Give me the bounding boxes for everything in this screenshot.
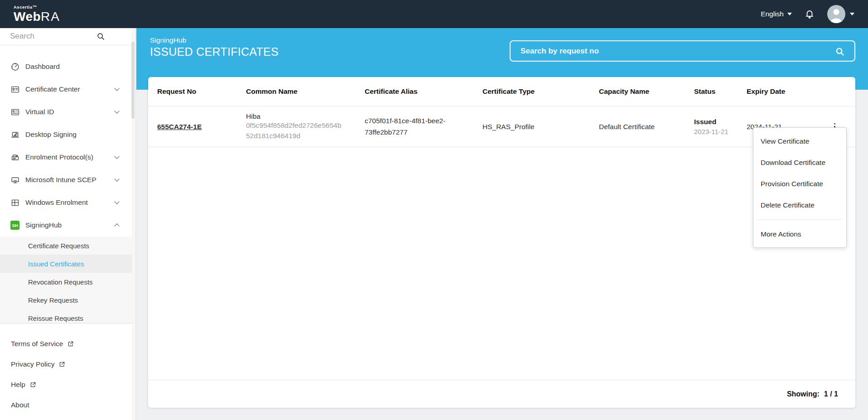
- table-footer: Showing: 1 / 1: [148, 380, 855, 408]
- chevron-down-icon: [114, 154, 119, 159]
- menu-item-delete-certificate[interactable]: Delete Certificate: [753, 194, 846, 216]
- submenu-label: Revocation Requests: [28, 278, 93, 286]
- sidebar-item-label: SigningHub: [25, 221, 62, 229]
- language-selector[interactable]: English: [761, 10, 792, 18]
- sidebar-search: [0, 28, 135, 45]
- column-header-request-no: Request No: [148, 87, 237, 96]
- submenu-item-reissue-requests[interactable]: Reissue Requests: [0, 309, 132, 323]
- column-header-common-name: Common Name: [237, 87, 356, 96]
- sidebar-item-dashboard[interactable]: Dashboard: [0, 55, 132, 78]
- submenu-item-rekey-requests[interactable]: Rekey Requests: [0, 291, 132, 309]
- status-badge: Issued: [694, 118, 731, 126]
- table-header-row: Request No Common Name Certificate Alias…: [148, 77, 855, 106]
- page-title: ISSUED CERTIFICATES: [150, 45, 279, 58]
- certificate-type-cell: HS_RAS_Profile: [473, 123, 590, 131]
- column-header-status: Status: [685, 87, 738, 96]
- chevron-down-icon: [114, 86, 119, 91]
- request-search-input[interactable]: [521, 42, 820, 60]
- sidebar-item-signinghub[interactable]: SH SigningHub: [0, 214, 132, 237]
- sidebar-item-desktop-signing[interactable]: Desktop Signing: [0, 123, 132, 146]
- sidebar-scrollbar-thumb[interactable]: [131, 42, 135, 119]
- sidebar-item-label: Certificate Center: [25, 85, 80, 93]
- submenu-item-certificate-requests[interactable]: Certificate Requests: [0, 237, 132, 255]
- sidebar-nav: Dashboard Certificate Center Virtual ID: [0, 45, 132, 323]
- table-row: 655CA274-1E Hiba 0f5c954f858d2fed2726e56…: [148, 106, 855, 147]
- search-icon[interactable]: [834, 46, 845, 57]
- submenu-item-issued-certificates[interactable]: Issued Certificates: [0, 255, 132, 273]
- sidebar-item-enrolment-protocols[interactable]: Enrolment Protocol(s): [0, 146, 132, 169]
- issued-certificates-table-card: Request No Common Name Certificate Alias…: [148, 77, 855, 408]
- sidebar-item-label: Microsoft Intune SCEP: [25, 176, 96, 184]
- breadcrumb: SigningHub: [150, 36, 186, 44]
- external-link-icon: [67, 340, 74, 348]
- brand-company: Ascertia™: [14, 5, 60, 10]
- sidebar-item-label: Enrolment Protocol(s): [25, 153, 93, 161]
- certificate-center-icon: [10, 85, 20, 94]
- chevron-down-icon: [114, 176, 119, 181]
- common-name: Hiba: [246, 112, 349, 121]
- desktop-signing-icon: [10, 130, 20, 140]
- common-name-cell: Hiba 0f5c954f858d2fed2726e5654b52d181c94…: [237, 112, 356, 141]
- showing-label: Showing:: [787, 390, 820, 398]
- menu-item-view-certificate[interactable]: View Certificate: [753, 130, 846, 152]
- notifications-bell-icon[interactable]: [804, 8, 815, 20]
- certificate-alias-cell: c705f01f-81ce-4f81-bee2-73ffe2bb7277: [356, 116, 473, 137]
- status-cell: Issued 2023-11-21: [685, 118, 738, 135]
- signinghub-submenu: Certificate Requests Issued Certificates…: [0, 237, 132, 323]
- menu-divider: [757, 219, 843, 220]
- windows-enrolment-icon: [10, 198, 20, 208]
- privacy-policy-link[interactable]: Privacy Policy: [0, 354, 132, 374]
- request-search: [510, 40, 855, 62]
- submenu-label: Certificate Requests: [28, 242, 89, 250]
- virtual-id-icon: [10, 107, 20, 117]
- brand-logo: Ascertia™ WebRA: [0, 5, 60, 23]
- status-date: 2023-11-21: [694, 128, 731, 135]
- sidebar-item-label: Dashboard: [25, 63, 60, 71]
- showing-value: 1 / 1: [824, 390, 838, 398]
- brand-ra: RA: [41, 10, 60, 24]
- sidebar: Dashboard Certificate Center Virtual ID: [0, 28, 136, 420]
- sidebar-item-windows-enrolment[interactable]: Windows Enrolment: [0, 191, 132, 214]
- sidebar-item-label: Virtual ID: [25, 108, 54, 116]
- sidebar-item-microsoft-intune-scep[interactable]: Microsoft Intune SCEP: [0, 169, 132, 191]
- chevron-down-icon: [850, 13, 854, 15]
- column-header-certificate-type: Certificate Type: [473, 87, 590, 96]
- footer-link-label: Terms of Service: [11, 340, 63, 348]
- signinghub-icon: SH: [10, 221, 20, 230]
- submenu-label: Reissue Requests: [28, 314, 83, 322]
- sidebar-item-label: Desktop Signing: [25, 130, 77, 139]
- sidebar-item-certificate-center[interactable]: Certificate Center: [0, 78, 132, 101]
- sidebar-scrollbar[interactable]: [132, 28, 135, 420]
- user-menu[interactable]: [827, 5, 854, 23]
- avatar: [827, 5, 845, 23]
- common-name-id: 0f5c954f858d2fed2726e5654b52d181c946419d: [246, 121, 343, 141]
- chevron-down-icon: [114, 108, 119, 113]
- brand-web: Web: [14, 10, 41, 24]
- language-label: English: [761, 10, 784, 18]
- column-header-expiry-date: Expiry Date: [738, 87, 825, 96]
- search-icon[interactable]: [96, 32, 106, 41]
- menu-item-more-actions[interactable]: More Actions: [753, 223, 846, 245]
- enrolment-protocols-icon: [10, 153, 20, 162]
- submenu-label: Rekey Requests: [28, 296, 78, 304]
- request-no-link[interactable]: 655CA274-1E: [157, 123, 202, 130]
- sidebar-item-label: Windows Enrolment: [25, 198, 88, 207]
- external-link-icon: [29, 381, 37, 388]
- footer-link-label: About: [11, 401, 29, 409]
- terms-of-service-link[interactable]: Terms of Service: [0, 333, 132, 354]
- submenu-item-revocation-requests[interactable]: Revocation Requests: [0, 273, 132, 291]
- about-link[interactable]: About: [0, 395, 132, 415]
- menu-item-download-certificate[interactable]: Download Certificate: [753, 152, 846, 173]
- dashboard-icon: [10, 62, 20, 72]
- intune-scep-icon: [10, 175, 20, 185]
- row-actions-menu: View Certificate Download Certificate Pr…: [753, 127, 847, 248]
- menu-item-provision-certificate[interactable]: Provision Certificate: [753, 173, 846, 194]
- sidebar-search-input[interactable]: [10, 29, 96, 43]
- capacity-name-cell: Default Certificate: [590, 123, 685, 131]
- help-link[interactable]: Help: [0, 374, 132, 395]
- column-header-capacity-name: Capacity Name: [590, 87, 685, 96]
- footer-link-label: Help: [11, 381, 25, 389]
- sidebar-item-virtual-id[interactable]: Virtual ID: [0, 101, 132, 123]
- chevron-down-icon: [787, 13, 792, 15]
- sidebar-footer: Terms of Service Privacy Policy Help Abo…: [0, 323, 132, 415]
